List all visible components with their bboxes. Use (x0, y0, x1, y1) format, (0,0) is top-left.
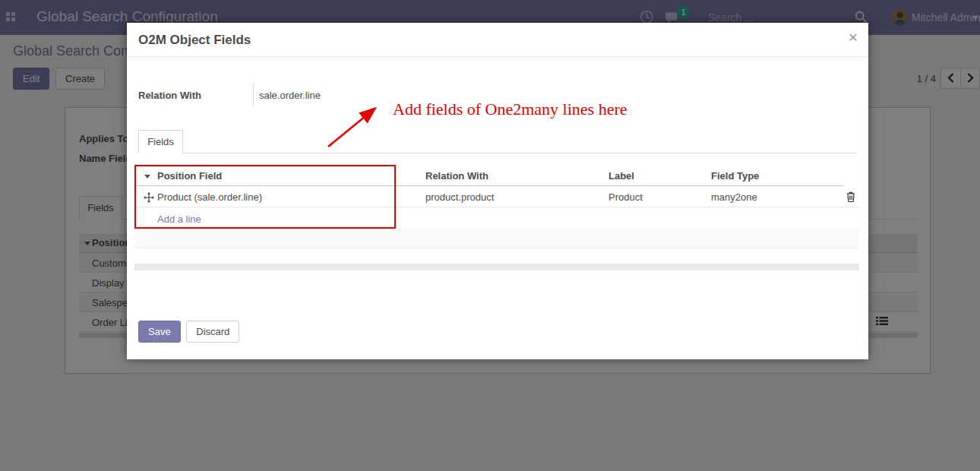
modal-header: O2M Object Fields × (127, 23, 868, 57)
relation-with-label: Relation With (138, 90, 201, 101)
cell-field-type: many2one (711, 191, 757, 203)
drag-handle-icon[interactable] (144, 192, 154, 205)
cell-label: Product (609, 191, 643, 203)
tabs-divider (138, 153, 857, 153)
annotation-arrow (321, 101, 389, 154)
empty-table-row (134, 229, 859, 248)
modal-table-header-row: Position Field Relation With Label Field… (134, 166, 843, 186)
column-header-position-field[interactable]: Position Field (157, 170, 222, 182)
table-row[interactable]: Product (sale.order.line) product.produc… (134, 186, 859, 207)
add-a-line-link[interactable]: Add a line (157, 213, 201, 225)
close-icon[interactable]: × (849, 29, 858, 45)
annotation-text: Add fields of One2many lines here (393, 100, 628, 119)
discard-button[interactable]: Discard (186, 321, 239, 343)
app-window: Global Search Configuration 1 (0, 0, 980, 471)
column-header-relation-with[interactable]: Relation With (425, 170, 488, 182)
tab-fields[interactable]: Fields (138, 130, 183, 153)
save-button[interactable]: Save (138, 321, 181, 343)
empty-stripe-row (134, 264, 859, 270)
relation-with-value: sale.order.line (259, 90, 321, 101)
cell-position-field: Product (sale.order.line) (157, 191, 262, 203)
add-line-row: Add a line (134, 208, 859, 229)
cell-relation-with: product.product (425, 191, 494, 203)
field-separator (253, 84, 254, 106)
o2m-object-fields-dialog: O2M Object Fields × Relation With sale.o… (127, 23, 868, 359)
sort-caret-icon (144, 175, 150, 179)
column-header-field-type[interactable]: Field Type (711, 170, 759, 182)
trash-icon[interactable] (846, 191, 855, 204)
column-header-label[interactable]: Label (609, 170, 634, 182)
modal-title: O2M Object Fields (138, 33, 251, 48)
